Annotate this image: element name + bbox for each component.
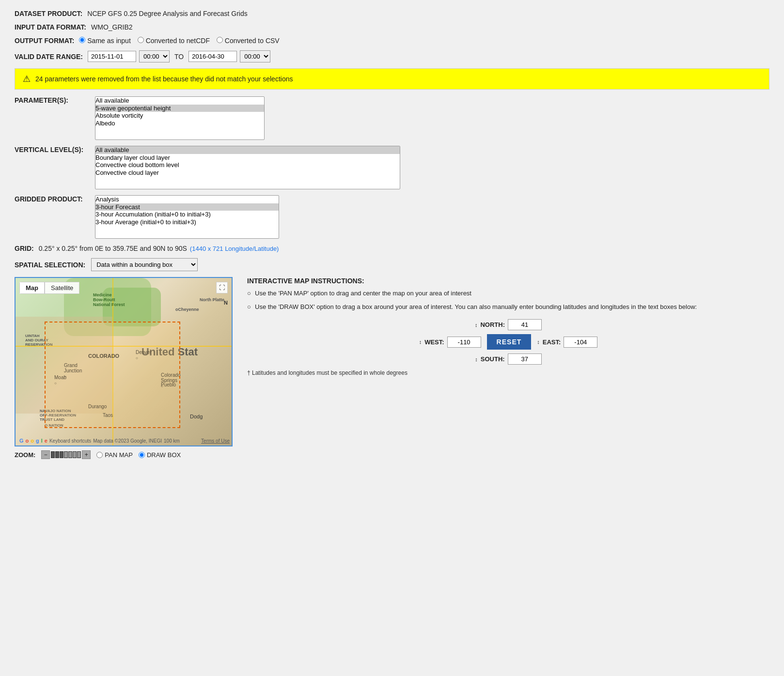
west-reset-east-row: ↕ WEST: RESET ↕ EAST: <box>419 334 598 350</box>
zoom-tick-7 <box>77 451 81 458</box>
output-netcdf-radio[interactable] <box>138 37 144 43</box>
output-netcdf[interactable]: Converted to netCDF <box>138 37 210 45</box>
gproduct-analysis[interactable]: Analysis <box>95 196 279 203</box>
time-from-select[interactable]: 00:00 <box>139 50 170 62</box>
map-keyboard-shortcuts: Keyboard shortcuts <box>49 438 91 444</box>
map-instructions-container: MedicineBow-RouttNational Forest oCheyen… <box>15 277 769 459</box>
west-input[interactable] <box>447 337 481 348</box>
gproduct-3hr-accum[interactable]: 3-hour Accumulation (initial+0 to initia… <box>95 211 279 218</box>
reset-button[interactable]: RESET <box>487 334 532 350</box>
output-same-radio[interactable] <box>79 37 85 43</box>
dataset-product-row: DATASET PRODUCT: NCEP GFS 0.25 Degree An… <box>15 10 769 17</box>
zoom-tick-6 <box>73 451 77 458</box>
north-label: NORTH: <box>480 321 505 328</box>
parameters-label: PARAMETER(S): <box>15 96 92 104</box>
zoom-tick-3 <box>60 451 63 458</box>
south-label: SOUTH: <box>481 355 505 363</box>
spatial-selection-label: SPATIAL SELECTION: <box>15 261 85 269</box>
param-option-all[interactable]: All available <box>95 97 264 105</box>
zoom-plus-button[interactable]: + <box>82 450 91 459</box>
output-csv-radio[interactable] <box>217 37 223 43</box>
grid-info-row: GRID: 0.25° x 0.25° from 0E to 359.75E a… <box>15 245 769 252</box>
map-container[interactable]: MedicineBow-RouttNational Forest oCheyen… <box>15 277 233 446</box>
map-selection-box <box>45 322 180 428</box>
gridded-product-label: GRIDDED PRODUCT: <box>15 195 92 203</box>
draw-box-radio[interactable] <box>139 452 145 458</box>
date-from-input[interactable] <box>88 51 136 62</box>
map-fullscreen-button[interactable]: ⛶ <box>216 282 228 293</box>
map-tab-map[interactable]: Map <box>19 282 45 294</box>
map-tab-satellite[interactable]: Satellite <box>45 282 79 294</box>
param-option-5wave[interactable]: 5-wave geopotential height <box>95 105 264 112</box>
map-label-northplatte: North Platte <box>200 297 224 302</box>
map-label-cheyenne: oCheyenne <box>175 307 199 312</box>
zoom-bar: − + <box>41 450 91 459</box>
date-to-input[interactable] <box>188 51 237 62</box>
gproduct-3hr-avg[interactable]: 3-hour Average (initial+0 to initial+3) <box>95 218 279 226</box>
vlevel-all[interactable]: All available <box>95 146 400 154</box>
vertical-levels-listbox-container: All available Boundary layer cloud layer… <box>95 146 400 189</box>
south-row: ↕ SOUTH: <box>475 353 541 365</box>
coord-inputs: ↕ NORTH: ↕ WEST: RESET ↕ EAST: <box>247 319 769 365</box>
north-arrow: ↕ <box>475 322 478 328</box>
zoom-tick-5 <box>68 451 72 458</box>
param-option-albedo[interactable]: Albedo <box>95 120 264 127</box>
vertical-levels-listbox[interactable]: All available Boundary layer cloud layer… <box>95 146 400 189</box>
input-format-label: INPUT DATA FORMAT: <box>15 23 86 31</box>
google-logo: G <box>19 438 24 444</box>
west-label: WEST: <box>424 338 444 346</box>
warning-icon: ⚠ <box>23 74 31 84</box>
parameters-row: PARAMETER(S): All available 5-wave geopo… <box>15 96 769 140</box>
map-city-dodge: Dodg <box>190 414 203 419</box>
zoom-tick-4 <box>64 451 68 458</box>
north-input[interactable] <box>508 319 542 330</box>
map-compass: N <box>224 300 228 306</box>
map-attribution[interactable]: Terms of Use <box>201 438 230 444</box>
warning-text: 24 parameters were removed from the list… <box>35 75 293 83</box>
date-range-row: VALID DATE RANGE: 00:00 TO 00:00 <box>15 50 769 62</box>
east-input[interactable] <box>564 337 597 348</box>
gridded-product-listbox-container: Analysis 3-hour Forecast 3-hour Accumula… <box>95 195 279 239</box>
vlevel-convective-bottom[interactable]: Convective cloud bottom level <box>95 161 400 169</box>
zoom-minus-button[interactable]: − <box>41 450 50 459</box>
parameters-listbox[interactable]: All available 5-wave geopotential height… <box>95 96 265 140</box>
instruction-item-2: Use the 'DRAW BOX' option to drag a box … <box>247 302 769 312</box>
gridded-product-row: GRIDDED PRODUCT: Analysis 3-hour Forecas… <box>15 195 769 239</box>
gridded-product-listbox[interactable]: Analysis 3-hour Forecast 3-hour Accumula… <box>95 195 279 239</box>
pan-map-radio-label[interactable]: PAN MAP <box>96 451 133 459</box>
output-same-as-input[interactable]: Same as input <box>79 37 130 45</box>
map-background: MedicineBow-RouttNational Forest oCheyen… <box>16 278 232 446</box>
dataset-product-value: NCEP GFS 0.25 Degree Analysis and Foreca… <box>87 10 247 17</box>
zoom-ticks <box>51 451 81 458</box>
instructions-panel: INTERACTIVE MAP INSTRUCTIONS: Use the 'P… <box>247 277 769 376</box>
coord-note: † Latitudes and longitudes must be speci… <box>247 369 769 376</box>
date-range-label: VALID DATE RANGE: <box>15 53 83 61</box>
south-input[interactable] <box>508 353 542 365</box>
pan-map-radio[interactable] <box>96 452 103 458</box>
vertical-levels-label: VERTICAL LEVEL(S): <box>15 146 92 154</box>
east-label: EAST: <box>543 338 561 346</box>
param-option-vorticity[interactable]: Absolute vorticity <box>95 112 264 120</box>
vertical-levels-row: VERTICAL LEVEL(S): All available Boundar… <box>15 146 769 189</box>
time-to-select[interactable]: 00:00 <box>240 50 270 62</box>
input-format-value: WMO_GRIB2 <box>91 23 133 31</box>
instructions-list: Use the 'PAN MAP' option to drag and cen… <box>247 289 769 311</box>
grid-detail-link[interactable]: (1440 x 721 Longitude/Latitude) <box>190 245 279 252</box>
map-data-credit: Map data ©2023 Google, INEGI <box>93 438 162 444</box>
zoom-tick-1 <box>51 451 55 458</box>
date-to-label: TO <box>174 53 184 61</box>
south-arrow: ↕ <box>475 356 478 362</box>
map-tabs: Map Satellite <box>19 282 79 294</box>
spatial-selection-row: SPATIAL SELECTION: Data within a boundin… <box>15 258 769 271</box>
spatial-selection-select[interactable]: Data within a bounding box Global Data w… <box>91 258 198 271</box>
gproduct-3hr-forecast[interactable]: 3-hour Forecast <box>95 203 279 211</box>
output-csv[interactable]: Converted to CSV <box>217 37 280 45</box>
zoom-pan-row: ZOOM: − + PAN MAP DR <box>15 450 233 459</box>
draw-box-radio-label[interactable]: DRAW BOX <box>139 451 181 459</box>
west-arrow: ↕ <box>419 339 422 345</box>
vlevel-boundary[interactable]: Boundary layer cloud layer <box>95 154 400 162</box>
vlevel-convective-layer[interactable]: Convective cloud layer <box>95 169 400 177</box>
map-scale-text: 100 km <box>164 438 180 444</box>
fullscreen-icon: ⛶ <box>219 284 225 291</box>
pan-map-label: PAN MAP <box>105 451 133 459</box>
